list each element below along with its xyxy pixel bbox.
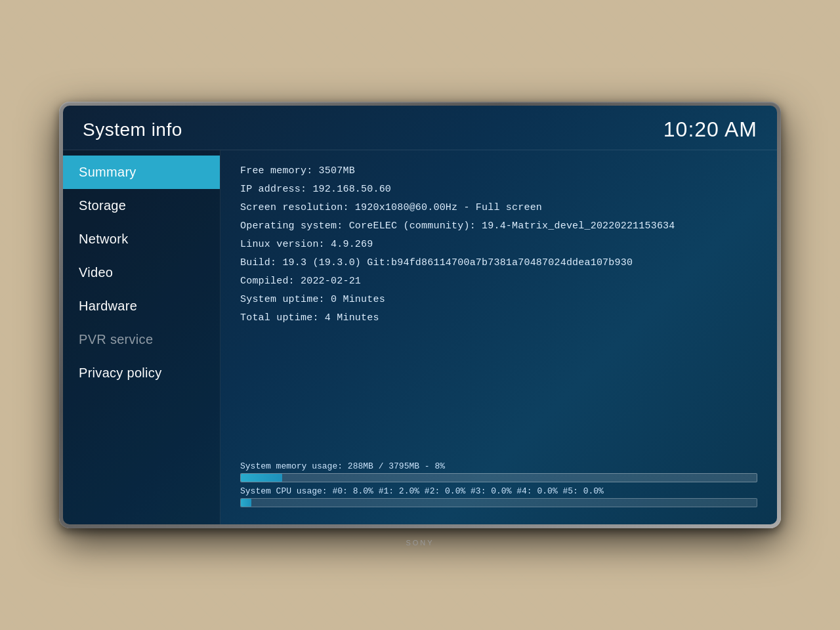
content-area: Free memory: 3507MB IP address: 192.168.…: [220, 150, 777, 524]
screen-content: System info 10:20 AM Summary Storage Net…: [63, 106, 777, 524]
info-free-memory: Free memory: 3507MB: [240, 163, 757, 179]
header: System info 10:20 AM: [63, 106, 777, 150]
sidebar-item-storage[interactable]: Storage: [63, 189, 220, 222]
sidebar-item-privacy[interactable]: Privacy policy: [63, 356, 220, 390]
memory-stat-row: System memory usage: 288MB / 3795MB - 8%: [240, 461, 757, 482]
stats-section: System memory usage: 288MB / 3795MB - 8%…: [240, 455, 757, 511]
sidebar: Summary Storage Network Video Hardware P…: [63, 150, 220, 524]
memory-label: System memory usage: 288MB / 3795MB - 8%: [240, 461, 757, 471]
wall: System info 10:20 AM Summary Storage Net…: [0, 0, 840, 630]
info-operating-system: Operating system: CoreELEC (community): …: [240, 219, 757, 234]
tv-screen: System info 10:20 AM Summary Storage Net…: [63, 106, 777, 524]
info-lines: Free memory: 3507MB IP address: 192.168.…: [240, 163, 757, 455]
sidebar-item-network[interactable]: Network: [63, 222, 220, 256]
cpu-progress-fill: [241, 499, 251, 507]
info-screen-resolution: Screen resolution: 1920x1080@60.00Hz - F…: [240, 200, 757, 216]
main-layout: Summary Storage Network Video Hardware P…: [63, 150, 777, 524]
memory-progress-bar: [240, 473, 757, 482]
info-build: Build: 19.3 (19.3.0) Git:b94fd86114700a7…: [240, 255, 757, 271]
cpu-stat-row: System CPU usage: #0: 8.0% #1: 2.0% #2: …: [240, 486, 757, 507]
sidebar-item-hardware[interactable]: Hardware: [63, 289, 220, 323]
tv-outer: System info 10:20 AM Summary Storage Net…: [59, 102, 781, 528]
app-title: System info: [83, 119, 182, 140]
clock: 10:20 AM: [663, 117, 757, 142]
info-total-uptime: Total uptime: 4 Minutes: [240, 310, 757, 326]
sidebar-item-video[interactable]: Video: [63, 256, 220, 289]
sidebar-item-summary[interactable]: Summary: [63, 156, 220, 189]
info-ip-address: IP address: 192.168.50.60: [240, 182, 757, 198]
cpu-label: System CPU usage: #0: 8.0% #1: 2.0% #2: …: [240, 486, 757, 496]
memory-progress-fill: [241, 474, 282, 482]
tv-brand-label: SONY: [406, 539, 434, 547]
info-compiled: Compiled: 2022-02-21: [240, 274, 757, 289]
info-system-uptime: System uptime: 0 Minutes: [240, 292, 757, 308]
cpu-progress-bar: [240, 498, 757, 507]
sidebar-item-pvr[interactable]: PVR service: [63, 323, 220, 356]
info-linux-version: Linux version: 4.9.269: [240, 237, 757, 253]
